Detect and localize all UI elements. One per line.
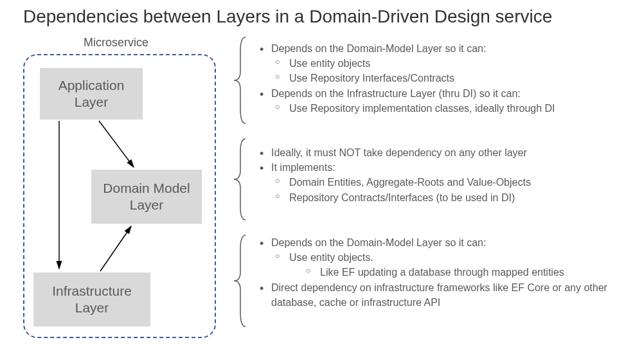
diagram-area: Microservice Application Layer Domain Mo… (0, 36, 231, 345)
sub-item: Repository Contracts/Interfaces (to be u… (274, 190, 631, 205)
bullet-item: Depends on the Domain-Model Layer so it … (256, 235, 631, 250)
sub-sub-item: Like EF updating a database through mapp… (305, 265, 631, 280)
brace-icon (231, 138, 251, 221)
sub-item: Use Repository implementation classes, i… (274, 101, 631, 116)
domain-layer-box: Domain Model Layer (91, 170, 202, 224)
sub-item: Use entity objects. (274, 250, 631, 265)
application-layer-box: Application Layer (40, 68, 143, 120)
sub-item: Domain Entities, Aggregate-Roots and Val… (274, 175, 631, 190)
descriptions-area: Depends on the Domain-Model Layer so it … (231, 36, 644, 345)
bullet-item: Depends on the Infrastructure Layer (thr… (256, 86, 631, 101)
brace-icon (231, 36, 251, 125)
sub-item: Use Repository Interfaces/Contracts (274, 71, 631, 85)
bullet-item: Direct dependency on infrastructure fram… (256, 280, 631, 310)
sub-item: Use entity objects (274, 56, 631, 71)
application-description: Depends on the Domain-Model Layer so it … (238, 36, 631, 125)
bullet-item: Depends on the Domain-Model Layer so it … (256, 41, 631, 56)
domain-description: Ideally, it must NOT take dependency on … (238, 138, 631, 221)
bullet-item: It implements: (256, 160, 631, 175)
bullet-item: Ideally, it must NOT take dependency on … (256, 145, 631, 160)
infrastructure-description: Depends on the Domain-Model Layer so it … (238, 234, 631, 328)
content-area: Microservice Application Layer Domain Mo… (0, 36, 644, 345)
microservice-label: Microservice (84, 36, 148, 49)
infrastructure-layer-box: Infrastructure Layer (33, 273, 150, 327)
brace-icon (231, 234, 251, 328)
page-title: Dependencies between Layers in a Domain-… (0, 0, 644, 27)
